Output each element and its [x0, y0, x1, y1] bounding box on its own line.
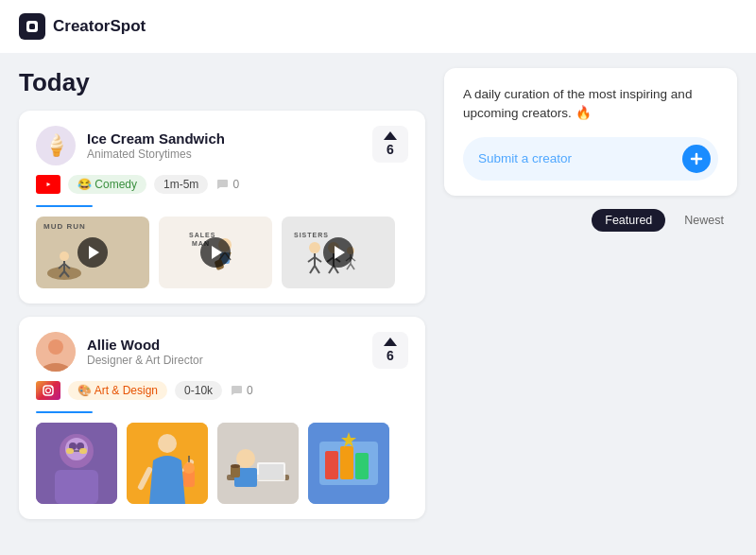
vote-count-2: 6	[387, 348, 394, 363]
avatar-2	[36, 332, 76, 372]
right-column: A daily curation of the most inspiring a…	[444, 68, 737, 532]
comment-count-1: 0	[215, 178, 239, 191]
newest-toggle[interactable]: Newest	[671, 209, 737, 232]
page-title: Today	[19, 68, 425, 97]
logo-icon	[19, 13, 45, 40]
svg-rect-1	[29, 24, 35, 29]
play-btn-1[interactable]	[77, 237, 108, 268]
logo-text: CreatorSpot	[53, 17, 146, 36]
photo-3[interactable]	[217, 423, 299, 504]
thumb-bg-1: MUD RUN	[36, 217, 149, 288]
svg-point-54	[183, 462, 195, 474]
vote-box-1[interactable]: 6	[372, 126, 408, 163]
creator-name-1: Ice Cream Sandwich	[87, 130, 225, 147]
creator-info-1: Ice Cream Sandwich Animated Storytimes	[87, 130, 225, 161]
svg-rect-45	[55, 470, 98, 504]
submit-input-text[interactable]: Submit a creator	[478, 151, 675, 165]
svg-line-20	[315, 257, 321, 262]
photo-1[interactable]	[36, 423, 117, 504]
thumbnails-row-1: MUD RUN	[36, 217, 408, 288]
svg-line-22	[315, 266, 319, 273]
vote-arrow-1[interactable]	[384, 131, 397, 140]
tag-followers-2[interactable]: 0-10k	[175, 381, 222, 400]
creator-card-1: 🍦 Ice Cream Sandwich Animated Storytimes…	[19, 111, 425, 304]
tag-duration-1[interactable]: 1m-5m	[154, 175, 208, 194]
svg-rect-61	[259, 464, 284, 479]
submit-tagline: A daily curation of the most inspiring a…	[463, 85, 718, 124]
tags-row-2: 🎨 Art & Design 0-10k 0	[36, 381, 408, 400]
thumb-bg-2: SALES MAN	[159, 217, 272, 288]
underline-bar-1	[36, 205, 93, 207]
creator-subtitle-2: Designer & Art Director	[87, 354, 203, 367]
svg-line-33	[347, 264, 351, 269]
svg-point-36	[48, 339, 63, 355]
instagram-badge-2	[36, 381, 60, 400]
svg-point-38	[46, 389, 51, 393]
svg-text:SISTERS: SISTERS	[294, 232, 329, 238]
svg-rect-47	[79, 448, 87, 454]
svg-point-50	[158, 434, 177, 453]
svg-rect-67	[340, 446, 353, 479]
card-header-1: 🍦 Ice Cream Sandwich Animated Storytimes…	[36, 126, 408, 165]
svg-point-17	[309, 242, 320, 253]
photo-2[interactable]	[127, 423, 208, 504]
play-btn-2[interactable]	[200, 237, 231, 268]
creator-subtitle-1: Animated Storytimes	[87, 147, 225, 161]
tags-row-1: 😂 Comedy 1m-5m 0	[36, 175, 408, 194]
avatar-1: 🍦	[36, 126, 76, 165]
svg-rect-68	[355, 453, 369, 479]
svg-point-3	[60, 251, 69, 261]
creator-card-2: Allie Wood Designer & Art Director 6	[19, 317, 425, 519]
svg-rect-66	[325, 451, 338, 479]
thumb-title-1: MUD RUN	[43, 222, 86, 231]
tag-art-2[interactable]: 🎨 Art & Design	[68, 381, 167, 400]
featured-toggle[interactable]: Featured	[592, 209, 665, 232]
youtube-badge-1	[36, 175, 60, 194]
header: CreatorSpot	[0, 0, 756, 53]
vote-arrow-2[interactable]	[384, 338, 397, 346]
svg-line-19	[308, 257, 315, 262]
photo-4[interactable]	[308, 423, 389, 504]
card-header-2: Allie Wood Designer & Art Director 6	[36, 332, 408, 372]
comment-count-2: 0	[230, 384, 253, 397]
creator-name-2: Allie Wood	[87, 337, 203, 353]
creator-info-2: Allie Wood Designer & Art Director	[87, 337, 203, 367]
vote-box-2[interactable]: 6	[372, 332, 408, 369]
submit-button[interactable]	[682, 145, 711, 173]
vote-count-1: 6	[387, 142, 394, 157]
thumbnail-1-3[interactable]: SISTERS	[282, 217, 395, 288]
svg-line-21	[310, 266, 315, 273]
content-area: Today 🍦 Ice Cream Sandwich Animated Stor…	[0, 53, 756, 555]
svg-rect-46	[66, 448, 74, 454]
thumbnail-1-1[interactable]: MUD RUN	[36, 217, 149, 288]
toggle-row: Featured Newest	[444, 209, 737, 232]
svg-point-39	[51, 387, 53, 389]
svg-point-63	[231, 464, 240, 468]
main-column: Today 🍦 Ice Cream Sandwich Animated Stor…	[19, 68, 425, 532]
thumb-bg-3: SISTERS	[282, 217, 395, 288]
underline-bar-2	[36, 411, 93, 413]
submit-box: A daily curation of the most inspiring a…	[444, 68, 737, 196]
photos-row-2	[36, 423, 408, 504]
play-btn-3[interactable]	[323, 237, 353, 268]
tag-comedy-1[interactable]: 😂 Comedy	[68, 175, 146, 194]
thumbnail-1-2[interactable]: SALES MAN	[159, 217, 272, 288]
submit-input-row: Submit a creator	[463, 137, 718, 181]
svg-line-34	[351, 264, 354, 269]
